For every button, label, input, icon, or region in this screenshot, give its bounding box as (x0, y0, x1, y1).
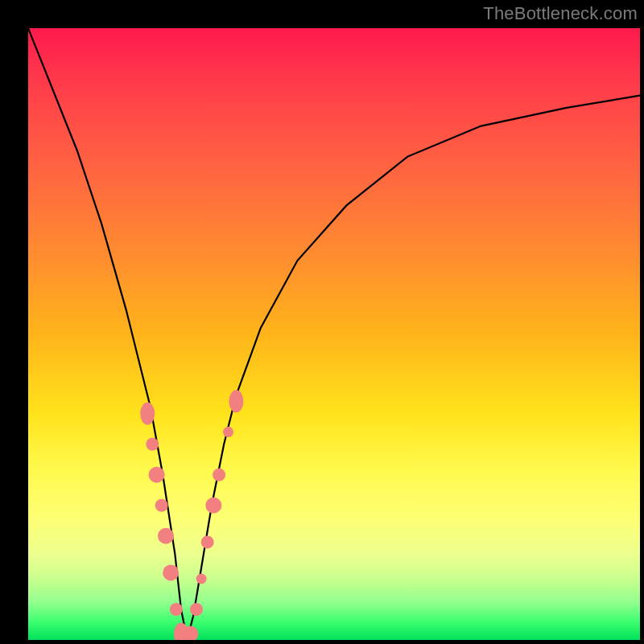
data-point (140, 402, 155, 425)
bottleneck-curve (28, 28, 640, 640)
data-point (213, 469, 225, 481)
data-point (158, 528, 174, 544)
data-point (149, 467, 165, 483)
watermark-text: TheBottleneck.com (483, 3, 638, 24)
chart-frame: TheBottleneck.com (0, 0, 644, 644)
data-point (146, 438, 159, 451)
curve-svg (28, 28, 640, 640)
data-point (163, 564, 179, 580)
data-point (196, 574, 207, 584)
data-point (205, 497, 221, 514)
data-point (201, 535, 214, 548)
marker-layer (140, 390, 243, 640)
data-point (155, 499, 168, 512)
data-point (223, 427, 233, 437)
plot-area (28, 28, 640, 640)
data-point (229, 390, 243, 413)
data-point (190, 603, 203, 616)
data-point (170, 603, 183, 616)
